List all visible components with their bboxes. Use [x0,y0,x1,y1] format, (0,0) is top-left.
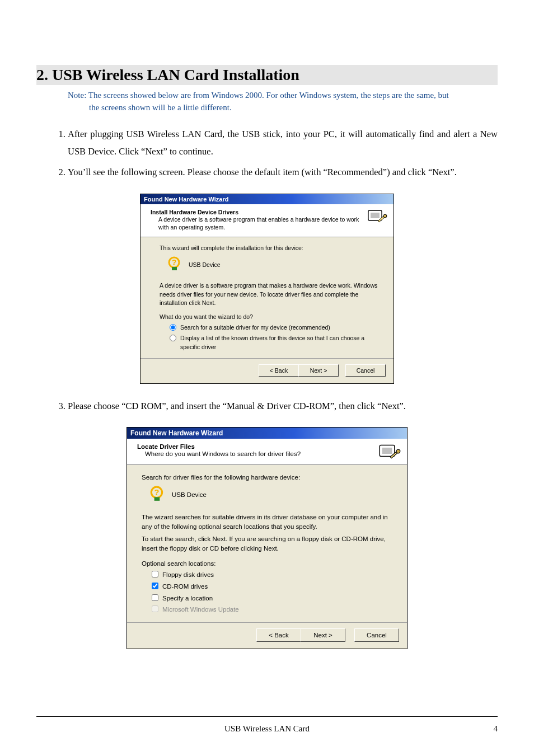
wizard-intro-text: Search for driver files for the followin… [142,473,392,482]
optional-locations-label: Optional search locations: [142,559,392,569]
step-1: After plugging USB Wireless LAN Card, th… [68,125,498,161]
checkbox-cdrom-input[interactable] [152,583,158,589]
checkbox-specify-label: Specify a location [162,594,392,603]
wizard-install-drivers: Found New Hardware Wizard Install Hardwa… [140,194,394,384]
svg-text:?: ? [154,488,159,497]
radio-display-list-label: Display a list of the known drivers for … [180,334,381,351]
footer-rule [36,716,498,717]
wizard-header-subtitle: A device driver is a software program th… [151,215,360,231]
svg-rect-7 [382,448,392,454]
next-button[interactable]: Next > [301,628,345,642]
cancel-button[interactable]: Cancel [345,364,386,377]
note-text-1: Note: The screens showed below are from … [68,91,449,100]
wizard-header-subtitle: Where do you want Windows to search for … [137,450,373,459]
usb-device-icon: ? [167,256,182,274]
back-button[interactable]: < Back [259,364,299,377]
wizard-header: Locate Driver Files Where do you want Wi… [127,439,407,465]
device-name: USB Device [172,490,207,500]
wizard-header-title: Install Hardware Device Drivers [151,209,238,215]
checkbox-floppy-label: Floppy disk drives [162,570,392,580]
svg-point-2 [383,214,387,218]
note-text-2: the screens shown will be a little diffe… [68,102,498,114]
checkbox-windows-update: Microsoft Windows Update [152,605,392,614]
svg-rect-5 [172,267,177,270]
checkbox-specify-input[interactable] [152,594,158,601]
svg-rect-1 [371,213,380,218]
footer-title: USB Wireless LAN Card [59,724,475,734]
back-button[interactable]: < Back [256,628,301,642]
radio-search-driver-input[interactable] [170,324,176,331]
checkbox-windows-update-input [152,605,158,612]
usb-device-icon: ? [149,485,165,505]
wizard-desc-text: A device driver is a software program th… [160,281,381,307]
steps-list-2: Please choose “CD ROM”, and insert the “… [36,397,498,415]
radio-display-list[interactable]: Display a list of the known drivers for … [170,334,381,351]
svg-rect-11 [154,497,160,501]
checkbox-specify[interactable]: Specify a location [152,594,392,603]
next-button[interactable]: Next > [298,364,339,377]
note: Note: The screens showed below are from … [36,90,498,114]
wizard-header-title: Locate Driver Files [137,443,195,450]
checkbox-floppy[interactable]: Floppy disk drives [152,570,392,580]
wizard-p2: The wizard searches for suitable drivers… [142,513,392,531]
page-footer: USB Wireless LAN Card 4 [36,724,498,734]
step-2: You’ll see the following screen. Please … [68,163,498,181]
page-number: 4 [475,724,498,734]
hardware-icon [378,442,401,467]
wizard-locate-files: Found New Hardware Wizard Locate Driver … [127,427,407,649]
wizard-button-bar: < Back Next > Cancel [127,622,407,649]
wizard-p3: To start the search, click Next. If you … [142,534,392,553]
radio-search-driver-label: Search for a suitable driver for my devi… [180,323,381,332]
checkbox-windows-update-label: Microsoft Windows Update [162,605,392,614]
wizard-titlebar: Found New Hardware Wizard [140,194,394,204]
checkbox-cdrom[interactable]: CD-ROM drives [152,582,392,591]
wizard-intro-text: This wizard will complete the installati… [160,244,381,252]
svg-text:?: ? [172,258,177,267]
wizard-question: What do you want the wizard to do? [160,313,381,321]
radio-search-driver[interactable]: Search for a suitable driver for my devi… [170,323,381,332]
checkbox-floppy-input[interactable] [152,571,158,577]
section-heading: 2. USB Wireless LAN Card Installation [36,65,498,85]
step-3: Please choose “CD ROM”, and insert the “… [68,397,498,415]
wizard-header: Install Hardware Device Drivers A device… [140,204,394,237]
steps-list: After plugging USB Wireless LAN Card, th… [36,125,498,181]
hardware-icon [367,208,388,230]
checkbox-cdrom-label: CD-ROM drives [162,582,392,591]
svg-point-8 [396,449,400,453]
device-name: USB Device [189,261,221,269]
wizard-button-bar: < Back Next > Cancel [140,358,394,383]
wizard-titlebar: Found New Hardware Wizard [127,428,407,439]
radio-display-list-input[interactable] [170,335,176,341]
cancel-button[interactable]: Cancel [354,628,399,642]
